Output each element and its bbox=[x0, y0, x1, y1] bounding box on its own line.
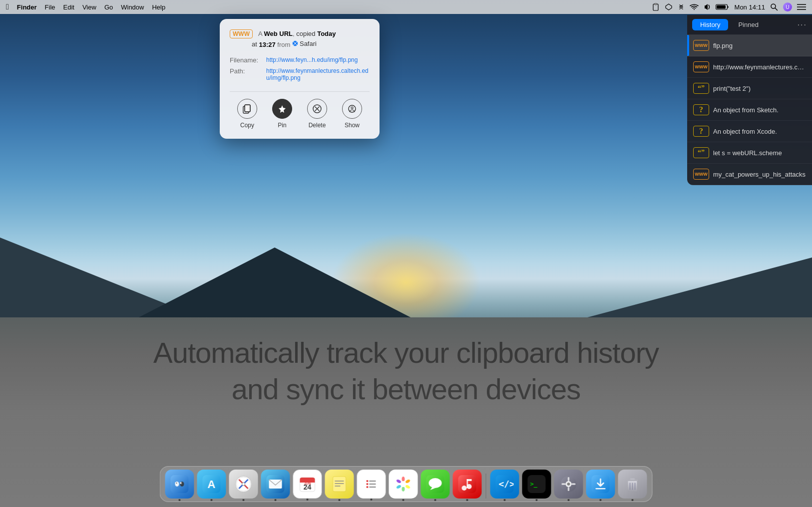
dock-notes[interactable] bbox=[325, 470, 354, 499]
view-menu[interactable]: View bbox=[82, 3, 96, 11]
dock-reminders[interactable] bbox=[357, 470, 386, 499]
svg-rect-3 bbox=[717, 5, 726, 9]
battery-icon[interactable] bbox=[716, 3, 730, 10]
pin-button[interactable]: Pin bbox=[272, 99, 292, 129]
svg-rect-77 bbox=[568, 477, 569, 481]
more-menu-button[interactable]: ··· bbox=[798, 20, 807, 29]
show-label: Show bbox=[345, 122, 360, 129]
item-type-icon: “” bbox=[693, 147, 709, 158]
go-menu[interactable]: Go bbox=[104, 3, 113, 11]
list-item[interactable]: WWW http://www.feynmanlectures.caltech.e… bbox=[687, 56, 812, 78]
apple-menu[interactable]:  bbox=[6, 2, 9, 11]
delete-icon bbox=[307, 99, 327, 119]
svg-rect-79 bbox=[562, 484, 566, 485]
dock-mail[interactable] bbox=[261, 470, 290, 499]
control-center-icon[interactable] bbox=[797, 3, 806, 11]
user-avatar[interactable]: U bbox=[783, 2, 792, 11]
svg-point-55 bbox=[402, 477, 405, 482]
bluetooth-icon[interactable] bbox=[678, 3, 685, 11]
dock-photos[interactable] bbox=[389, 470, 418, 499]
wifi-icon[interactable] bbox=[690, 3, 699, 10]
list-item[interactable]: WWW flp.png bbox=[687, 35, 812, 56]
show-button[interactable]: Show bbox=[342, 99, 362, 129]
tab-history[interactable]: History bbox=[692, 19, 728, 30]
list-item[interactable]: “” let s = webURL.scheme bbox=[687, 142, 812, 164]
tagline-line2: and sync it between devices bbox=[0, 371, 812, 408]
tab-pinned[interactable]: Pinned bbox=[730, 19, 766, 30]
window-menu[interactable]: Window bbox=[121, 3, 144, 11]
dock-safari[interactable] bbox=[229, 470, 258, 499]
dock-trash[interactable] bbox=[618, 470, 647, 499]
svg-point-76 bbox=[567, 483, 570, 486]
svg-point-52 bbox=[367, 486, 369, 488]
help-menu[interactable]: Help bbox=[152, 3, 165, 11]
svg-point-58 bbox=[402, 487, 405, 492]
list-item[interactable]: ? An object from Sketch. bbox=[687, 99, 812, 121]
dock-xcode[interactable]: </> bbox=[490, 470, 519, 499]
item-type-icon: ? bbox=[693, 104, 709, 115]
svg-rect-78 bbox=[568, 487, 569, 491]
list-item[interactable]: ? An object from Xcode. bbox=[687, 121, 812, 142]
svg-point-27 bbox=[176, 483, 177, 484]
svg-rect-15 bbox=[245, 105, 250, 111]
svg-rect-0 bbox=[653, 4, 658, 10]
file-menu[interactable]: File bbox=[45, 3, 55, 11]
delete-button[interactable]: Delete bbox=[307, 99, 327, 129]
svg-point-28 bbox=[181, 483, 182, 484]
vpn-icon[interactable] bbox=[665, 3, 673, 11]
clipboard-menubar-icon[interactable] bbox=[652, 3, 660, 11]
audio-icon[interactable] bbox=[704, 3, 711, 11]
copy-label: Copy bbox=[240, 122, 254, 129]
search-menubar-icon[interactable] bbox=[770, 3, 778, 11]
dock-calendar[interactable]: JUN24 bbox=[293, 470, 322, 499]
dock-appstore[interactable]: A bbox=[197, 470, 226, 499]
svg-point-48 bbox=[367, 480, 369, 482]
svg-rect-43 bbox=[333, 477, 346, 492]
finder-menu[interactable]: Finder bbox=[17, 3, 37, 11]
item-text: my_cat_powers_up_his_attacks bbox=[713, 171, 806, 178]
detail-filename-row: Filename: http://www.feyn...h.edu/img/fl… bbox=[230, 56, 370, 64]
dock-finder[interactable] bbox=[165, 470, 194, 499]
dock-system-preferences[interactable] bbox=[554, 470, 583, 499]
tagline: Automatically track your clipboard histo… bbox=[0, 335, 812, 407]
svg-point-35 bbox=[242, 483, 245, 486]
svg-text:A: A bbox=[208, 478, 216, 491]
pin-icon bbox=[272, 99, 292, 119]
edit-menu[interactable]: Edit bbox=[63, 3, 74, 11]
svg-text:>_: >_ bbox=[530, 481, 538, 488]
detail-type-value: Web URL bbox=[264, 30, 293, 37]
svg-point-61 bbox=[401, 481, 406, 487]
dock-terminal[interactable]: >_ bbox=[522, 470, 551, 499]
show-icon bbox=[342, 99, 362, 119]
selected-indicator bbox=[687, 35, 689, 56]
pin-label: Pin bbox=[278, 122, 286, 129]
item-type-icon: WWW bbox=[693, 40, 709, 51]
tagline-line1: Automatically track your clipboard histo… bbox=[0, 335, 812, 371]
list-item[interactable]: “” print("test 2") bbox=[687, 78, 812, 99]
svg-point-21 bbox=[351, 107, 353, 109]
path-label: Path: bbox=[230, 67, 262, 82]
menubar:  Finder File Edit View Go Window Help bbox=[0, 0, 812, 14]
detail-copy-event: copied bbox=[296, 30, 315, 37]
svg-rect-80 bbox=[572, 484, 576, 485]
item-text: let s = webURL.scheme bbox=[713, 149, 782, 157]
dock-music[interactable] bbox=[453, 470, 482, 499]
dock-messages[interactable] bbox=[421, 470, 450, 499]
detail-header: WWW A Web URL, copied Today at 13:27 fro… bbox=[230, 29, 370, 49]
dock: A JUN24 </> >_ bbox=[160, 466, 653, 502]
panel-tabs: History Pinned ··· bbox=[687, 15, 812, 35]
detail-time: 13:27 bbox=[259, 40, 275, 48]
item-type-icon: WWW bbox=[693, 61, 709, 72]
list-item[interactable]: WWW my_cat_powers_up_his_attacks bbox=[687, 164, 812, 185]
dock-downloader[interactable] bbox=[586, 470, 615, 499]
svg-rect-22 bbox=[171, 475, 189, 493]
svg-rect-82 bbox=[596, 488, 606, 490]
path-value: http://www.feynmanlectures.caltech.edu/i… bbox=[266, 67, 370, 81]
detail-when: Today bbox=[317, 30, 336, 37]
copy-button[interactable]: Copy bbox=[237, 99, 257, 129]
filename-label: Filename: bbox=[230, 56, 262, 64]
menubar-right: Mon 14:11 U bbox=[652, 2, 806, 11]
menubar-left:  Finder File Edit View Go Window Help bbox=[6, 2, 165, 11]
detail-source-label: Safari bbox=[300, 39, 317, 49]
dock-divider bbox=[486, 474, 486, 499]
